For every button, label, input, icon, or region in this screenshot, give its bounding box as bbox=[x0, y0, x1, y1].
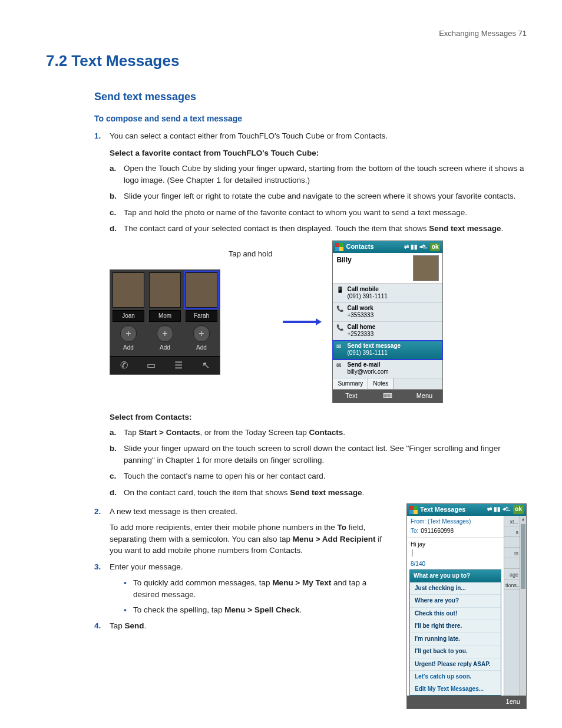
tab-notes: Notes bbox=[368, 378, 394, 390]
speaker-icon: ◀೬ bbox=[503, 505, 511, 514]
step-1a: a.Open the Touch Cube by sliding your fi… bbox=[110, 163, 527, 186]
text-messages-screenshot: Text Messages ⇄ ▮▮ ◀೬ ok From: (Text Mes… bbox=[406, 503, 527, 709]
softkey-bar: 1enu bbox=[407, 696, 526, 709]
windows-flag-icon bbox=[335, 243, 343, 251]
contact-header: Billy bbox=[333, 253, 442, 284]
plus-icon: + bbox=[157, 325, 173, 342]
bullet-mytext: To quickly add common messages, tap Menu… bbox=[124, 577, 386, 600]
contact-action-row: ✉Send text message(091) 391-1111 bbox=[333, 341, 442, 360]
svg-rect-8 bbox=[409, 510, 414, 514]
mytext-item: I'm running late. bbox=[410, 633, 501, 646]
contact-action-row: 📞Call work+3553333 bbox=[333, 303, 442, 322]
figure-row: Joan Mom Farah +Add +Add +Add ✆ ▭ ☰ ↖ Ta… bbox=[110, 241, 527, 403]
mytext-item: Let's catch up soon. bbox=[410, 671, 501, 683]
list-icon: ☰ bbox=[165, 357, 193, 374]
contact-thumb bbox=[413, 255, 439, 281]
svg-rect-5 bbox=[339, 247, 343, 251]
add-slot: +Add bbox=[186, 325, 217, 353]
mytext-item: I'll be right there. bbox=[410, 620, 501, 633]
step-1-text: You can select a contact either from Tou… bbox=[110, 130, 527, 142]
contact-action-row: ✉Send e-mailbilly@work.com bbox=[333, 360, 442, 378]
arrow-icon bbox=[283, 317, 322, 327]
contact-name: Joan bbox=[113, 310, 144, 322]
mytext-item: Urgent! Please reply ASAP. bbox=[410, 658, 501, 671]
softkey-left: Text bbox=[333, 390, 369, 403]
windows-flag-icon bbox=[409, 506, 418, 514]
contact-name: Mom bbox=[149, 310, 181, 322]
edit-mytext: Edit My Text Messages... bbox=[410, 683, 501, 696]
window-titlebar: Text Messages ⇄ ▮▮ ◀೬ ok bbox=[407, 504, 526, 516]
mytext-item: I'll get back to you. bbox=[410, 645, 501, 658]
step-3: 3. Enter your message. To quickly add co… bbox=[94, 561, 386, 615]
cursor-icon: ↖ bbox=[193, 357, 220, 374]
char-count: 8/140 bbox=[407, 560, 504, 570]
mytext-popup: What are you up to? Just checking in...W… bbox=[409, 569, 501, 696]
svg-rect-3 bbox=[339, 243, 343, 247]
message-body: Hi jay bbox=[407, 538, 504, 560]
tab-row: Summary Notes bbox=[333, 378, 442, 390]
contact-action-row: 📞Call home+2523333 bbox=[333, 322, 442, 341]
signal-icon: ▮▮ bbox=[494, 505, 501, 514]
task-heading: To compose and send a text message bbox=[94, 113, 527, 124]
background-column: xt...stsagetions... bbox=[504, 516, 520, 696]
contact-photo bbox=[149, 272, 181, 308]
plus-icon: + bbox=[193, 325, 210, 342]
touchcube-screenshot: Joan Mom Farah +Add +Add +Add ✆ ▭ ☰ ↖ bbox=[110, 269, 220, 375]
bullet-spellcheck: To check the spelling, tap Menu > Spell … bbox=[124, 604, 386, 616]
subsection-heading: Send text messages bbox=[94, 89, 527, 104]
speaker-icon: ◀೬ bbox=[419, 243, 428, 252]
softkey-right: Menu bbox=[406, 390, 442, 403]
contact-photo bbox=[113, 272, 144, 308]
step-4: 4.Tap Send. bbox=[94, 620, 386, 632]
window-titlebar: Contacts ⇄ ▮▮ ◀೬ ok bbox=[333, 241, 442, 253]
signal-icon: ▮▮ bbox=[411, 243, 418, 252]
message-header: From: (Text Messages) To:0911660998 bbox=[407, 516, 504, 538]
svg-marker-1 bbox=[316, 318, 322, 325]
section-heading: 7.2 Text Messages bbox=[46, 50, 527, 73]
step-2a: a.Tap Start > Contacts, or from the Toda… bbox=[110, 427, 527, 439]
contact-name: Farah bbox=[186, 310, 217, 322]
svg-rect-9 bbox=[414, 510, 418, 514]
step-2d: d.On the contact card, touch the item th… bbox=[110, 487, 527, 499]
subhead-contacts: Select from Contacts: bbox=[110, 411, 527, 423]
contact-card-screenshot: Contacts ⇄ ▮▮ ◀೬ ok Billy 📱Call mobile(0… bbox=[332, 241, 443, 403]
keyboard-icon: ⌨ bbox=[369, 390, 406, 403]
contact-photo-selected bbox=[186, 272, 217, 308]
figure-caption: Tap and hold bbox=[229, 249, 272, 260]
sync-icon: ⇄ bbox=[487, 505, 492, 514]
mytext-item: Just checking in... bbox=[410, 582, 501, 595]
tab-summary: Summary bbox=[333, 378, 368, 390]
mytext-item: Check this out! bbox=[410, 608, 501, 621]
step-1c: c.Tap and hold the photo or name of the … bbox=[110, 207, 527, 219]
plus-icon: + bbox=[120, 325, 137, 342]
softkey-right: 1enu bbox=[500, 696, 526, 709]
sync-icon: ⇄ bbox=[404, 243, 409, 252]
mytext-item: Where are you? bbox=[410, 595, 501, 608]
svg-rect-4 bbox=[335, 247, 339, 251]
softkey-bar: Text ⌨ Menu bbox=[333, 390, 442, 403]
ok-button: ok bbox=[430, 243, 441, 252]
add-slot: +Add bbox=[149, 325, 181, 353]
step-1b: b.Slide your finger left or right to rot… bbox=[110, 190, 527, 202]
bottom-icon-bar: ✆ ▭ ☰ ↖ bbox=[110, 356, 220, 374]
contact-action-row: 📱Call mobile(091) 391-1111 bbox=[333, 284, 442, 303]
step-2c: c.Touch the contact's name to open his o… bbox=[110, 470, 527, 482]
step-1: 1. You can select a contact either from … bbox=[94, 130, 527, 499]
scrollbar bbox=[520, 516, 526, 696]
add-slot: +Add bbox=[113, 325, 144, 353]
running-header: Exchanging Messages 71 bbox=[46, 28, 527, 39]
phone-icon: ✆ bbox=[110, 357, 138, 374]
ok-button: ok bbox=[513, 505, 524, 514]
svg-rect-7 bbox=[414, 506, 418, 510]
step-1d: d.The contact card of your selected cont… bbox=[110, 223, 527, 235]
step-2b: b.Slide your finger upward on the touch … bbox=[110, 443, 527, 466]
card-icon: ▭ bbox=[138, 357, 166, 374]
popup-header: What are you up to? bbox=[410, 570, 501, 582]
subhead-touchcube: Select a favorite contact from TouchFLO'… bbox=[110, 147, 527, 159]
step-2: 2. A new text message is then created. T… bbox=[94, 506, 386, 556]
